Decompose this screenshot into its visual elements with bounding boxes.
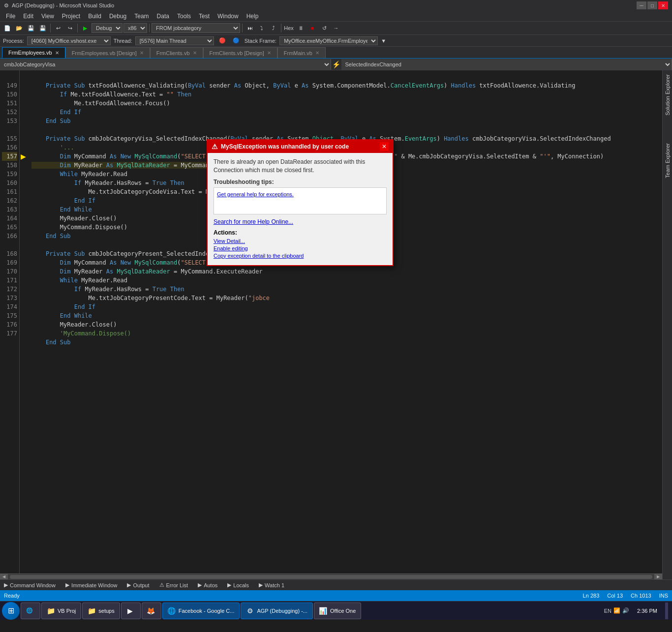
show-next-stmt-btn[interactable]: → xyxy=(331,23,341,33)
config-select[interactable]: FROM jobcategory xyxy=(152,23,240,33)
platform-select[interactable]: x86 xyxy=(123,23,147,33)
autos-tab[interactable]: ▶ Autos xyxy=(196,580,219,590)
volume-icon: 🔊 xyxy=(622,607,629,614)
setups-label: setups xyxy=(98,608,114,614)
menu-test[interactable]: Test xyxy=(195,12,214,21)
start-button[interactable]: ⊞ xyxy=(2,602,20,620)
taskbar-media-player[interactable]: ▶ xyxy=(121,602,141,619)
tab-frmemployees-design[interactable]: FrmEmployees.vb [Design] ✕ xyxy=(65,47,150,58)
stop-debug-btn[interactable]: ■ xyxy=(307,23,318,33)
watch1-label: Watch 1 xyxy=(265,582,284,588)
menu-view[interactable]: View xyxy=(37,12,58,21)
menu-team[interactable]: Team xyxy=(130,12,153,21)
hex-btn[interactable]: Hex xyxy=(283,23,294,33)
thread-select[interactable]: [5576] Main Thread xyxy=(135,36,214,45)
tab-close-frmemployees-vb[interactable]: ✕ xyxy=(55,50,59,56)
tab-frmclients-design[interactable]: FrmClients.vb [Design] ✕ xyxy=(203,47,277,58)
break-all-btn[interactable]: ⏸ xyxy=(295,23,306,33)
output-tab[interactable]: ▶ Output xyxy=(125,580,151,590)
line-numbers: ​ 149 150 151 152 153 – 155 156 157 158 … xyxy=(0,70,20,573)
enable-editing-link[interactable]: Enable editing xyxy=(214,245,387,251)
menu-data[interactable]: Data xyxy=(153,12,173,21)
taskbar-office-one[interactable]: 📊 Office One xyxy=(314,602,361,619)
taskbar-vb-proj[interactable]: 📁 VB Proj xyxy=(41,602,81,619)
menu-build[interactable]: Build xyxy=(84,12,105,21)
scroll-right-btn[interactable]: ▶ xyxy=(654,574,662,580)
editor-main-layout: ​ 149 150 151 152 153 – 155 156 157 158 … xyxy=(0,70,672,579)
taskbar-browser-icon[interactable]: 🦊 xyxy=(142,602,161,619)
menu-debug[interactable]: Debug xyxy=(105,12,130,21)
step-out-btn[interactable]: ⤴ xyxy=(268,23,279,33)
taskbar-facebook-google[interactable]: 🌐 Facebook - Google C... xyxy=(162,602,240,619)
menu-bar: File Edit View Project Build Debug Team … xyxy=(0,11,672,22)
view-detail-link[interactable]: View Detail... xyxy=(214,238,387,244)
sep2 xyxy=(77,24,78,32)
new-project-btn[interactable]: 📄 xyxy=(2,23,13,33)
tab-close-frmmain[interactable]: ✕ xyxy=(315,50,319,56)
tab-frmmain[interactable]: FrmMain.vb ✕ xyxy=(277,47,326,58)
ie-icon: 🌐 xyxy=(26,607,33,614)
member-combos-bar: cmbJobCategoryVisa ⚡ SelectedIndexChange… xyxy=(0,59,672,70)
step-into-btn[interactable]: ⤵ xyxy=(256,23,267,33)
process-select[interactable]: [4060] MyOffice.vshost.exe xyxy=(27,36,111,45)
tab-close-frmclients[interactable]: ✕ xyxy=(193,50,197,56)
team-explorer-tab[interactable]: Team Explorer xyxy=(664,139,672,182)
start-debug-btn[interactable]: ▶ xyxy=(80,23,91,33)
command-window-tab[interactable]: ▶ Command Window xyxy=(2,580,58,590)
show-desktop-btn[interactable] xyxy=(665,602,668,619)
menu-help[interactable]: Help xyxy=(243,12,263,21)
troubleshooting-title: Troubleshooting tips: xyxy=(214,179,387,185)
tab-frmemployees-vb[interactable]: FrmEmployees.vb ✕ xyxy=(2,47,65,58)
search-online-link[interactable]: Search for more Help Online... xyxy=(214,218,387,225)
tab-close-frmemployees-design[interactable]: ✕ xyxy=(140,50,144,56)
error-list-label: Error List xyxy=(166,582,188,588)
class-combo[interactable]: cmbJobCategoryVisa xyxy=(0,59,331,70)
menu-window[interactable]: Window xyxy=(214,12,243,21)
scroll-thumb[interactable] xyxy=(10,575,652,579)
undo-btn[interactable]: ↩ xyxy=(53,23,63,33)
watch1-tab[interactable]: ▶ Watch 1 xyxy=(257,580,286,590)
restart-btn[interactable]: ↺ xyxy=(319,23,330,33)
dialog-message: There is already an open DataReader asso… xyxy=(214,158,387,175)
error-list-tab[interactable]: ⚠ Error List xyxy=(157,580,190,590)
taskbar-ie-icon[interactable]: 🌐 xyxy=(21,602,40,619)
dialog-close-button[interactable]: ✕ xyxy=(380,142,389,151)
solution-explorer-tab[interactable]: Solution Explorer xyxy=(664,70,672,120)
menu-edit[interactable]: Edit xyxy=(19,12,37,21)
troubleshooting-tips-box[interactable]: Get general help for exceptions. xyxy=(214,187,387,214)
get-general-help-link[interactable]: Get general help for exceptions. xyxy=(217,191,294,197)
maximize-button[interactable]: □ xyxy=(647,1,657,9)
dialog-title-text: MySqlException was unhandled by user cod… xyxy=(221,143,349,150)
open-btn[interactable]: 📂 xyxy=(14,23,25,33)
facebook-google-label: Facebook - Google C... xyxy=(179,608,235,614)
debug-target-select[interactable]: Debug xyxy=(92,23,122,33)
menu-file[interactable]: File xyxy=(2,12,19,21)
tab-label-frmemployees-vb: FrmEmployees.vb xyxy=(8,50,52,56)
title-bar-left: ⚙ AGP (Debugging) - Microsoft Visual Stu… xyxy=(4,2,114,9)
tab-label-frmmain: FrmMain.vb xyxy=(284,50,312,56)
taskbar-agp-debugging[interactable]: ⚙ AGP (Debugging) -... xyxy=(241,602,313,619)
network-icon: 📶 xyxy=(613,607,620,614)
scroll-left-btn[interactable]: ◀ xyxy=(0,574,8,580)
status-right: Ln 283 Col 13 Ch 1013 INS xyxy=(583,593,668,599)
taskbar-setups[interactable]: 📁 setups xyxy=(82,602,120,619)
redo-btn[interactable]: ↪ xyxy=(64,23,75,33)
immediate-window-tab[interactable]: ▶ Immediate Window xyxy=(63,580,120,590)
locals-tab[interactable]: ▶ Locals xyxy=(225,580,251,590)
lang-indicator: EN xyxy=(604,608,611,614)
minimize-button[interactable]: ─ xyxy=(637,1,646,9)
copy-exception-link[interactable]: Copy exception detail to the clipboard xyxy=(214,253,387,259)
member-combo[interactable]: SelectedIndexChanged xyxy=(341,59,672,70)
save-btn[interactable]: 💾 xyxy=(26,23,36,33)
stack-frame-select[interactable]: MyOffice.exeMyOffice.FrmEmployees.cm xyxy=(279,36,378,45)
h-scrollbar[interactable]: ◀ ▶ xyxy=(0,573,662,579)
close-button[interactable]: ✕ xyxy=(658,1,668,9)
tab-frmclients[interactable]: FrmClients.vb ✕ xyxy=(150,47,203,58)
menu-tools[interactable]: Tools xyxy=(173,12,195,21)
vb-proj-label: VB Proj xyxy=(58,608,76,614)
tab-close-frmclients-design[interactable]: ✕ xyxy=(267,50,271,56)
menu-project[interactable]: Project xyxy=(58,12,84,21)
step-over-btn[interactable]: ⏭ xyxy=(244,23,255,33)
save-all-btn[interactable]: 💾 xyxy=(37,23,48,33)
app-icon: ⚙ xyxy=(4,2,9,9)
